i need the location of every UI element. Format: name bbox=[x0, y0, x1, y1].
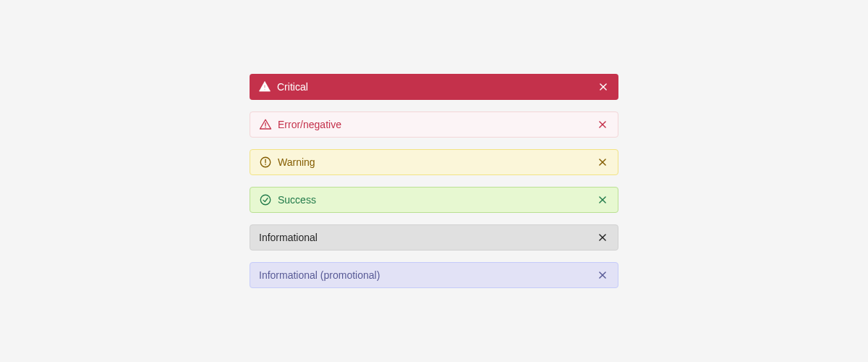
banner-label: Critical bbox=[277, 81, 597, 93]
banner-promotional: Informational (promotional) bbox=[250, 262, 618, 288]
close-icon[interactable] bbox=[596, 231, 609, 244]
svg-rect-1 bbox=[264, 89, 265, 90]
close-icon[interactable] bbox=[596, 193, 609, 206]
banner-label: Success bbox=[278, 194, 596, 206]
warning-triangle-icon bbox=[259, 118, 272, 131]
close-icon[interactable] bbox=[596, 156, 609, 169]
warning-triangle-solid-icon bbox=[258, 80, 271, 93]
banner-list: Critical Error/negative bbox=[250, 74, 618, 288]
close-icon[interactable] bbox=[596, 269, 609, 282]
banner-label: Informational (promotional) bbox=[259, 269, 596, 281]
banner-label: Error/negative bbox=[278, 119, 596, 130]
banner-label: Informational bbox=[259, 232, 596, 243]
banner-label: Warning bbox=[278, 156, 596, 168]
banner-informational: Informational bbox=[250, 224, 618, 251]
banner-warning: Warning bbox=[250, 149, 618, 175]
close-icon[interactable] bbox=[596, 118, 609, 131]
svg-point-13 bbox=[260, 195, 271, 205]
banner-critical: Critical bbox=[250, 74, 618, 100]
banner-success: Success bbox=[250, 187, 618, 213]
close-icon[interactable] bbox=[597, 80, 610, 93]
checkmark-circle-icon bbox=[259, 193, 272, 206]
banner-error: Error/negative bbox=[250, 111, 618, 138]
exclamation-circle-icon bbox=[259, 156, 272, 169]
svg-rect-0 bbox=[264, 85, 265, 88]
